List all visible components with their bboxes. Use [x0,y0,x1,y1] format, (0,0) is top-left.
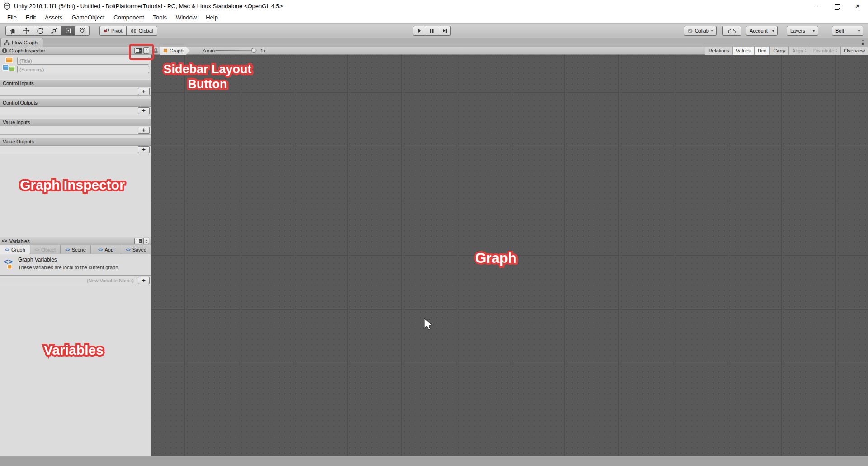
move-tool-button[interactable] [19,26,33,36]
overview-button[interactable]: Overview [840,47,868,55]
rect-tool-button[interactable] [61,26,75,36]
control-outputs-label: Control Outputs [3,100,38,105]
play-icon [416,28,422,34]
global-label: Global [138,28,153,33]
graph-toolbar-buttons: Relations Values Dim Carry Align ▲▼ Dist… [705,47,868,55]
variables-tab-app[interactable]: <> App [91,245,121,254]
layout-dropdown[interactable]: Bolt ▾ [832,26,863,36]
distribute-button[interactable]: Distribute ▲▼ [810,47,840,55]
values-button[interactable]: Values [732,47,754,55]
minimize-icon: – [814,3,818,10]
main-toolbar: Pivot Global Collab ▾ [0,24,868,38]
variables-header: <> Variables ▲ ▼ [0,237,151,245]
global-button[interactable]: Global [127,26,157,36]
playmode-group [413,26,451,36]
variables-layout-button[interactable] [134,238,142,244]
flow-graph-icon [4,39,10,46]
graph-variables-description: These variables are local to the current… [18,265,119,270]
menu-item-file[interactable]: File [3,12,21,23]
status-bar [0,456,868,466]
sidebar-layout-button-highlight-box [129,44,154,60]
layers-dropdown[interactable]: Layers ▾ [787,26,818,36]
pause-icon [429,28,435,34]
value-inputs-label: Value Inputs [3,119,30,125]
graph-breadcrumb[interactable]: Graph [160,47,190,55]
close-button[interactable]: × [847,0,868,12]
align-button[interactable]: Align ▲▼ [788,47,809,55]
value-inputs-row: + [0,126,151,135]
transform-tools [5,26,90,36]
section-header-control-inputs: Control Inputs [0,79,151,87]
variables-tab-scene-label: Scene [72,247,86,252]
menu-item-component[interactable]: Component [109,12,148,23]
hand-icon [9,27,16,34]
variables-tab-graph[interactable]: <> Graph [0,245,30,254]
dim-button[interactable]: Dim [754,47,770,55]
menu-item-assets[interactable]: Assets [40,12,67,23]
collab-button[interactable]: Collab ▾ [684,26,717,36]
variables-tab-saved[interactable]: <> Saved [121,245,151,254]
tab-flow-graph[interactable]: Flow Graph [0,38,43,47]
tab-menu-lines: ≡ [859,42,867,45]
unity-editor-window: Unity 2018.1.1f1 (64bit) - Untitled - Bo… [0,0,868,466]
account-label: Account [750,28,768,33]
variables-title: Variables [9,238,30,244]
new-variable-input[interactable] [0,276,137,285]
new-variable-row: + [0,276,151,285]
graph-variables-title: Graph Variables [18,257,57,263]
variables-tabs: <> Graph <> Object <> Scene <> App <> Sa… [0,245,151,254]
variables-layout-icon [136,239,142,243]
variables-tab-scene[interactable]: <> Scene [61,245,91,254]
add-value-output-button[interactable]: + [138,146,150,153]
add-control-input-button[interactable]: + [138,88,150,95]
control-inputs-label: Control Inputs [3,81,33,86]
tab-flow-graph-label: Flow Graph [12,40,38,45]
carry-button[interactable]: Carry [769,47,788,55]
step-icon [441,28,448,34]
zoom-value: 1x [260,47,266,55]
restore-button[interactable] [826,0,847,12]
step-button[interactable] [438,26,451,36]
transform-tool-button[interactable] [75,26,90,36]
menu-item-tools[interactable]: Tools [149,12,171,23]
menu-item-gameobject[interactable]: GameObject [67,12,109,23]
tab-menu-icon[interactable]: ▾ ≡ [859,39,867,46]
cloud-button[interactable] [722,26,741,36]
graph-sidebar: Graph Inspector ▲ ▼ Control Inputs [0,47,151,456]
control-outputs-row: + [0,107,151,115]
add-value-input-button[interactable]: + [138,127,150,134]
rotate-tool-button[interactable] [33,26,47,36]
collab-dropdown-icon: ▾ [711,29,713,33]
values-label: Values [736,47,751,55]
graph-summary-input[interactable] [17,66,149,73]
menu-item-help[interactable]: Help [201,12,222,23]
scale-tool-button[interactable] [47,26,61,36]
menu-item-window[interactable]: Window [171,12,201,23]
title-bar: Unity 2018.1.1f1 (64bit) - Untitled - Bo… [0,0,868,12]
pause-button[interactable] [425,26,438,36]
graph-variables-tab-icon: <> [5,247,9,252]
variables-tab-object[interactable]: <> Object [30,245,61,254]
add-control-output-button[interactable]: + [138,107,150,114]
variables-tab-graph-label: Graph [11,247,25,252]
zoom-slider-track[interactable] [215,50,257,51]
relations-button[interactable]: Relations [705,47,732,55]
info-icon [2,48,7,53]
align-label: Align [792,47,803,55]
unity-logo-icon [3,2,11,10]
menu-item-edit[interactable]: Edit [21,12,40,23]
hand-tool-button[interactable] [5,26,19,36]
scene-variables-tab-icon: <> [65,247,70,252]
layout-dropdown-icon: ▾ [858,29,860,33]
control-inputs-row: + [0,87,151,96]
pivot-button[interactable]: Pivot [99,26,127,36]
play-button[interactable] [413,26,425,36]
account-dropdown[interactable]: Account ▾ [746,26,778,36]
variables-spinner[interactable]: ▲ ▼ [143,238,149,244]
minimize-button[interactable]: – [806,0,826,12]
zoom-slider-handle[interactable] [251,48,256,53]
add-variable-button[interactable]: + [138,277,150,284]
annotation-sidebar-layout-button: Sidebar Layout Button Sidebar Layout But… [158,62,257,92]
menu-bar: File Edit Assets GameObject Component To… [0,12,868,24]
annotation-graph-inspector: Graph Inspector Graph Inspector [14,177,131,193]
